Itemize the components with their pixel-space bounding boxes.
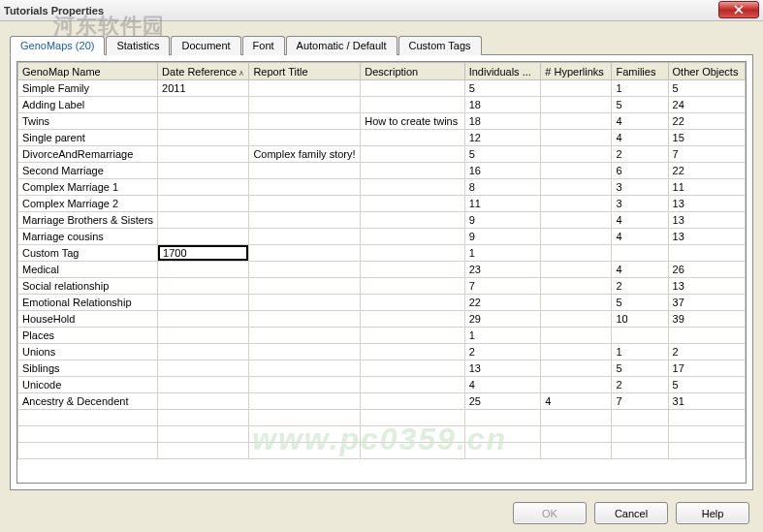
cell-name[interactable]: Complex Marriage 1 xyxy=(18,179,158,196)
cell-name[interactable]: Medical xyxy=(18,262,158,278)
cell-oth[interactable]: 2 xyxy=(668,344,745,360)
cell-hyp[interactable] xyxy=(541,262,612,278)
cell-oth[interactable]: 13 xyxy=(668,278,745,295)
cell-oth[interactable]: 13 xyxy=(668,196,745,212)
cell-hyp[interactable] xyxy=(541,245,612,262)
cell-desc[interactable] xyxy=(361,179,464,196)
column-header-other-objects[interactable]: Other Objects xyxy=(668,63,745,80)
cell-fam[interactable]: 10 xyxy=(612,311,668,328)
cell-fam[interactable]: 5 xyxy=(612,295,668,311)
cell-date[interactable] xyxy=(158,163,249,179)
cell-fam[interactable]: 1 xyxy=(612,344,668,360)
cell-hyp[interactable] xyxy=(541,130,612,146)
cell-date[interactable] xyxy=(158,311,249,328)
column-header--hyperlinks[interactable]: # Hyperlinks xyxy=(541,63,612,80)
cell-ind[interactable]: 18 xyxy=(464,97,541,113)
cell-fam[interactable]: 7 xyxy=(612,393,668,410)
cell-oth[interactable]: 5 xyxy=(668,377,745,393)
cell-ind[interactable]: 1 xyxy=(464,328,541,344)
cell-fam[interactable]: 3 xyxy=(612,179,668,196)
cell-report[interactable] xyxy=(249,163,361,179)
cell-hyp[interactable] xyxy=(541,229,612,245)
cell-editor[interactable]: 1700 xyxy=(158,245,248,261)
data-grid[interactable]: GenoMap NameDate ReferenceReport TitleDe… xyxy=(16,61,747,484)
cell-fam[interactable] xyxy=(612,245,668,262)
table-row[interactable]: Adding Label18524 xyxy=(18,97,746,113)
cell-report[interactable] xyxy=(249,212,361,229)
table-row[interactable]: Single parent12415 xyxy=(18,130,746,146)
cell-oth[interactable] xyxy=(668,328,745,344)
cell-desc[interactable] xyxy=(361,295,464,311)
tab-statistics[interactable]: Statistics xyxy=(106,36,170,55)
cell-date[interactable] xyxy=(158,229,249,245)
table-row[interactable]: Marriage cousins9413 xyxy=(18,229,746,245)
cell-date[interactable] xyxy=(158,113,249,130)
cell-hyp[interactable] xyxy=(541,146,612,163)
cell-hyp[interactable] xyxy=(541,196,612,212)
cell-date[interactable] xyxy=(158,344,249,360)
cell-oth[interactable]: 15 xyxy=(668,130,745,146)
cell-report[interactable] xyxy=(249,377,361,393)
cell-name[interactable]: Ancestry & Decendent xyxy=(18,393,158,410)
cell-ind[interactable]: 11 xyxy=(464,196,541,212)
cell-oth[interactable]: 11 xyxy=(668,179,745,196)
cell-oth[interactable]: 5 xyxy=(668,80,745,97)
cell-report[interactable]: Complex family story! xyxy=(249,146,361,163)
table-row[interactable]: DivorceAndRemarriageComplex family story… xyxy=(18,146,746,163)
cell-oth[interactable]: 13 xyxy=(668,229,745,245)
cell-fam[interactable]: 2 xyxy=(612,377,668,393)
cell-hyp[interactable] xyxy=(541,179,612,196)
cell-desc[interactable] xyxy=(361,97,464,113)
cell-report[interactable] xyxy=(249,229,361,245)
cell-name[interactable]: Adding Label xyxy=(18,97,158,113)
cell-hyp[interactable] xyxy=(541,80,612,97)
cell-date[interactable] xyxy=(158,295,249,311)
tab-custom-tags[interactable]: Custom Tags xyxy=(398,36,482,55)
cell-hyp[interactable] xyxy=(541,377,612,393)
cell-date[interactable] xyxy=(158,97,249,113)
table-row[interactable]: HouseHold291039 xyxy=(18,311,746,328)
window-close-button[interactable] xyxy=(718,1,759,18)
cell-name[interactable]: Social relationship xyxy=(18,278,158,295)
cell-desc[interactable] xyxy=(361,328,464,344)
tab-document[interactable]: Document xyxy=(171,36,240,55)
cell-desc[interactable] xyxy=(361,393,464,410)
cell-report[interactable] xyxy=(249,97,361,113)
cell-desc[interactable]: How to create twins xyxy=(361,113,464,130)
cell-desc[interactable] xyxy=(361,146,464,163)
cell-ind[interactable]: 22 xyxy=(464,295,541,311)
table-row[interactable]: Siblings13517 xyxy=(18,360,746,377)
cell-fam[interactable]: 4 xyxy=(612,130,668,146)
cell-oth[interactable]: 22 xyxy=(668,163,745,179)
cell-ind[interactable]: 29 xyxy=(464,311,541,328)
cell-oth[interactable]: 39 xyxy=(668,311,745,328)
cell-report[interactable] xyxy=(249,278,361,295)
cell-oth[interactable]: 31 xyxy=(668,393,745,410)
cell-fam[interactable]: 4 xyxy=(612,113,668,130)
cell-oth[interactable]: 22 xyxy=(668,113,745,130)
cell-report[interactable] xyxy=(249,130,361,146)
table-row[interactable]: Social relationship7213 xyxy=(18,278,746,295)
table-row[interactable]: Medical23426 xyxy=(18,262,746,278)
column-header-description[interactable]: Description xyxy=(361,63,464,80)
cell-report[interactable] xyxy=(249,245,361,262)
cell-name[interactable]: DivorceAndRemarriage xyxy=(18,146,158,163)
cell-date[interactable] xyxy=(158,377,249,393)
table-row[interactable]: Custom Tag17001 xyxy=(18,245,746,262)
cell-desc[interactable] xyxy=(361,196,464,212)
cell-oth[interactable]: 13 xyxy=(668,212,745,229)
cell-oth[interactable]: 7 xyxy=(668,146,745,163)
cell-report[interactable] xyxy=(249,328,361,344)
cell-desc[interactable] xyxy=(361,311,464,328)
table-row[interactable]: Emotional Relationship22537 xyxy=(18,295,746,311)
cell-hyp[interactable]: 4 xyxy=(541,393,612,410)
cell-ind[interactable]: 18 xyxy=(464,113,541,130)
cell-date[interactable] xyxy=(158,196,249,212)
cell-desc[interactable] xyxy=(361,360,464,377)
cell-hyp[interactable] xyxy=(541,328,612,344)
cell-ind[interactable]: 2 xyxy=(464,344,541,360)
cell-fam[interactable]: 1 xyxy=(612,80,668,97)
cell-fam[interactable]: 3 xyxy=(612,196,668,212)
cell-name[interactable]: Simple Family xyxy=(18,80,158,97)
cell-report[interactable] xyxy=(249,360,361,377)
